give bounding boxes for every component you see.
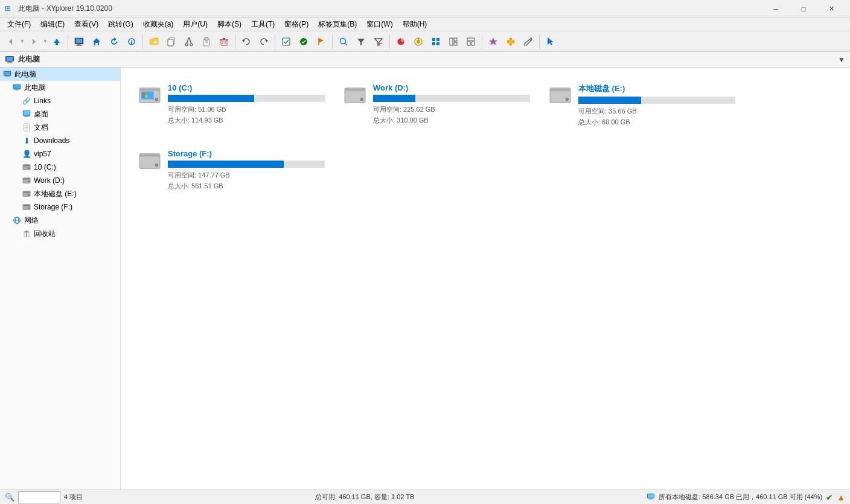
cut-button[interactable] (181, 33, 197, 50)
svg-marker-55 (489, 37, 497, 45)
close-button[interactable]: ✕ (817, 0, 845, 18)
flag-button[interactable] (313, 33, 330, 50)
menu-file[interactable]: 文件(F) (2, 18, 36, 31)
check1-button[interactable] (278, 33, 295, 50)
menu-window[interactable]: 窗口(W) (362, 18, 397, 31)
refresh-button[interactable] (106, 33, 123, 50)
drive-e-name: 本地磁盘 (E:) (578, 83, 739, 94)
delete-button[interactable] (216, 33, 232, 50)
sep-4 (275, 34, 275, 49)
menu-favorites[interactable]: 收藏夹(a) (138, 18, 179, 31)
grid3-button[interactable] (427, 33, 444, 50)
flower-button[interactable] (502, 33, 519, 50)
svg-rect-119 (140, 155, 159, 157)
sidebar-item-downloads[interactable]: ⬇ Downloads (0, 134, 120, 147)
forward-button[interactable] (25, 33, 42, 50)
sidebar-label-docs: 文档 (34, 123, 48, 133)
svg-marker-0 (9, 39, 12, 45)
sidebar-item-this-pc-header[interactable]: 此电脑 (0, 68, 120, 81)
svg-rect-108 (142, 92, 145, 95)
address-dropdown[interactable]: ▼ (838, 56, 845, 64)
svg-rect-105 (140, 89, 159, 91)
sidebar: 此电脑 此电脑 🔗 Links 桌面 文档 (0, 68, 121, 490)
drive-c-detail: 可用空间: 51.06 GB 总大小: 114.93 GB (168, 104, 328, 126)
menu-tabs[interactable]: 标签页集(B) (313, 18, 362, 31)
sidebar-item-network[interactable]: 网络 (0, 214, 120, 227)
menu-tools[interactable]: 工具(T) (246, 18, 280, 31)
svg-rect-66 (8, 62, 11, 63)
svg-rect-70 (5, 76, 8, 77)
svg-rect-94 (24, 205, 30, 206)
pie-button[interactable] (392, 33, 409, 50)
sidebar-item-links[interactable]: 🔗 Links (0, 94, 120, 107)
check2-button[interactable] (295, 33, 312, 50)
svg-rect-13 (153, 42, 157, 43)
forward-dropdown[interactable]: ▼ (43, 33, 48, 50)
sidebar-item-recycle[interactable]: 回收站 (0, 227, 120, 240)
drives-grid-2: Storage (F:) 可用空间: 147.77 GB 总大小: 561.51… (130, 143, 840, 197)
stamp-button[interactable] (485, 33, 502, 50)
sidebar-item-docs[interactable]: 文档 (0, 121, 120, 134)
drive-c-name: 10 (C:) (168, 83, 328, 92)
monitor-icon-2 (12, 83, 22, 92)
drive-d-tile-icon (343, 83, 367, 107)
redo-button[interactable] (255, 33, 272, 50)
back-button[interactable] (2, 33, 19, 50)
sidebar-label-desktop: 桌面 (34, 109, 48, 120)
menu-help[interactable]: 帮助(H) (398, 18, 432, 31)
pin-button[interactable] (410, 33, 427, 50)
sidebar-item-drive-e[interactable]: 本地磁盘 (E:) (0, 187, 120, 200)
sidebar-item-drive-c[interactable]: 10 (C:) (0, 161, 120, 174)
menu-view[interactable]: 查看(V) (69, 18, 103, 31)
cursor-button[interactable] (542, 33, 559, 50)
panel3-button[interactable] (462, 33, 479, 50)
svg-point-60 (510, 40, 513, 43)
maximize-button[interactable]: □ (790, 0, 817, 18)
drive-tile-f[interactable]: Storage (F:) 可用空间: 147.77 GB 总大小: 561.51… (130, 143, 336, 197)
filter2-button[interactable] (370, 33, 387, 50)
window-title: 此电脑 - XYplorer 19.10.0200 (18, 4, 762, 14)
sidebar-item-drive-f[interactable]: Storage (F:) (0, 200, 120, 214)
panel2-button[interactable] (445, 33, 462, 50)
drive-tile-e[interactable]: 本地磁盘 (E:) 可用空间: 35.66 GB 总大小: 60.00 GB (541, 77, 746, 133)
filter1-button[interactable] (353, 33, 369, 50)
svg-rect-73 (14, 85, 21, 89)
pen-button[interactable] (520, 33, 537, 50)
sidebar-item-desktop[interactable]: 桌面 (0, 107, 120, 121)
copy-button[interactable] (163, 33, 180, 50)
drive-e-detail: 可用空间: 35.66 GB 总大小: 60.00 GB (578, 106, 739, 127)
back-dropdown[interactable]: ▼ (20, 33, 25, 50)
sep-6 (389, 34, 390, 49)
svg-point-92 (28, 194, 30, 196)
drive-tile-c[interactable]: 10 (C:) 可用空间: 51.06 GB 总大小: 114.93 GB (130, 77, 336, 133)
drive-f-total: 总大小: 561.51 GB (168, 181, 328, 192)
svg-rect-3 (56, 43, 58, 45)
menu-edit[interactable]: 编辑(E) (36, 18, 69, 31)
paste-button[interactable] (198, 33, 215, 50)
svg-marker-2 (54, 39, 60, 43)
menu-go[interactable]: 跳转(G) (103, 18, 138, 31)
preview-button[interactable] (123, 33, 140, 50)
drive-d-bar-fill (373, 95, 415, 102)
search-button[interactable] (335, 33, 352, 50)
sidebar-label-drive-c: 10 (C:) (34, 163, 56, 171)
svg-rect-91 (24, 192, 30, 193)
menu-pane[interactable]: 窗格(P) (280, 18, 313, 31)
up-button[interactable] (48, 33, 65, 50)
drive-tile-d[interactable]: Work (D:) 可用空间: 225.62 GB 总大小: 310.00 GB (336, 77, 541, 133)
svg-marker-38 (375, 39, 382, 45)
minimize-button[interactable]: ─ (762, 0, 790, 18)
menu-user[interactable]: 用户(U) (178, 18, 212, 31)
search-box[interactable] (18, 491, 60, 503)
menu-script[interactable]: 脚本(S) (212, 18, 246, 31)
toolbar: ▼ ▼ (0, 31, 850, 52)
sidebar-item-vip57[interactable]: 👤 vip57 (0, 147, 120, 161)
sidebar-item-this-pc[interactable]: 此电脑 (0, 81, 120, 94)
undo-button[interactable] (238, 33, 255, 50)
search-input[interactable] (21, 494, 57, 501)
thispc-button[interactable] (71, 33, 88, 50)
svg-rect-124 (648, 499, 654, 499)
home-button[interactable] (88, 33, 105, 50)
sidebar-item-drive-d[interactable]: Work (D:) (0, 174, 120, 187)
new-folder-button[interactable] (145, 33, 162, 50)
